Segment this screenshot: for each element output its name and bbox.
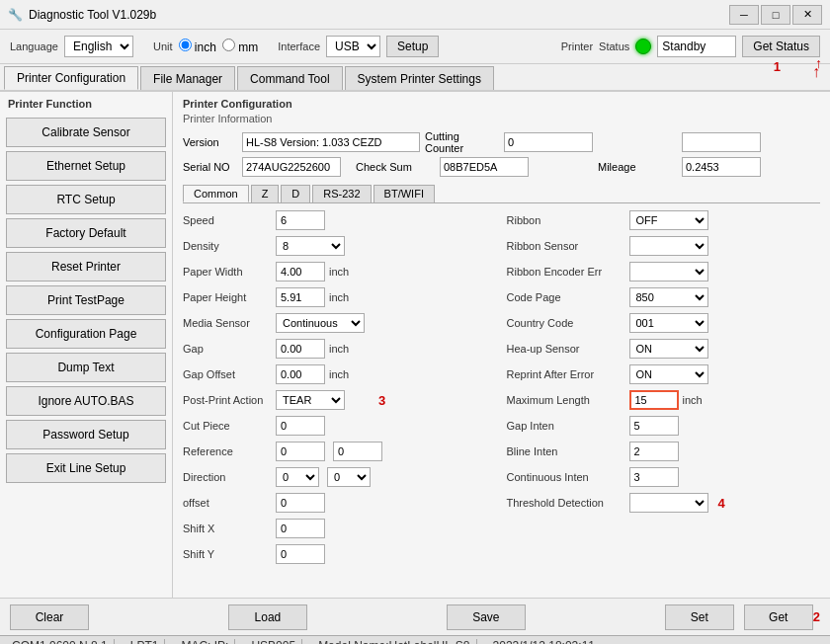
media-sensor-select[interactable]: Continuous (276, 313, 365, 333)
paper-height-row: Paper Height inch (183, 286, 497, 308)
status-bar: COM1 9600,N,8,1 LPT1 MAC: IP: USB005 Mod… (0, 635, 830, 644)
content-area: Printer Configuration Printer Informatio… (173, 92, 830, 598)
max-length-unit: inch (683, 394, 703, 406)
ribbon-sensor-select[interactable] (629, 236, 708, 256)
reprint-select[interactable]: ON (629, 364, 708, 384)
paper-width-label: Paper Width (183, 266, 272, 278)
ref-input1[interactable] (276, 442, 325, 461)
datetime-status: 2023/1/12 18:03:11 (487, 639, 601, 645)
gap-offset-input[interactable] (276, 364, 325, 384)
cut-piece-input[interactable] (276, 416, 325, 436)
language-select[interactable]: English (64, 36, 133, 57)
tab-file-manager[interactable]: File Manager (140, 66, 235, 90)
toolbar: Language English Unit inch mm Interface … (0, 30, 830, 64)
unit-inch-radio[interactable] (179, 39, 192, 51)
main-tabs: Printer Configuration File Manager Comma… (0, 64, 830, 92)
code-page-select[interactable]: 850 (629, 287, 708, 307)
calibrate-sensor-button[interactable]: Calibrate Sensor (6, 118, 166, 147)
print-testpage-button[interactable]: Print TestPage (6, 285, 166, 315)
section-title: Printer Configuration (183, 98, 820, 110)
maximize-button[interactable]: □ (761, 5, 790, 25)
serial-label: Serial NO (183, 161, 237, 173)
password-setup-button[interactable]: Password Setup (6, 420, 166, 449)
configuration-page-button[interactable]: Configuration Page (6, 319, 166, 349)
serial-input[interactable] (242, 157, 341, 177)
close-button[interactable]: ✕ (792, 5, 822, 25)
country-code-select[interactable]: 001 (629, 313, 708, 333)
ignore-autobas-button[interactable]: Ignore AUTO.BAS (6, 386, 166, 416)
paper-height-input[interactable] (276, 287, 325, 307)
version-input[interactable] (242, 132, 420, 152)
setup-button[interactable]: Setup (386, 36, 439, 57)
subtab-rs232[interactable]: RS-232 (312, 185, 371, 202)
get-button[interactable]: Get (744, 604, 813, 630)
paper-width-input[interactable] (276, 262, 325, 282)
subtab-common[interactable]: Common (183, 185, 249, 202)
language-label: Language (10, 40, 58, 52)
gap-unit: inch (329, 343, 349, 355)
reset-printer-button[interactable]: Reset Printer (6, 252, 166, 282)
shift-y-row: Shift Y (183, 543, 497, 565)
ribbon-encoder-select[interactable] (629, 262, 708, 282)
subtab-btwifi[interactable]: BT/WIFI (374, 185, 435, 202)
code-page-label: Code Page (507, 291, 625, 303)
save-button[interactable]: Save (447, 604, 526, 630)
threshold-select[interactable] (629, 493, 708, 513)
direction-select1[interactable]: 0 (276, 467, 319, 487)
ribbon-row: Ribbon OFF (507, 209, 821, 231)
ribbon-sensor-row: Ribbon Sensor (507, 235, 821, 257)
gap-inten-input[interactable] (629, 416, 679, 436)
exit-line-setup-button[interactable]: Exit Line Setup (6, 453, 166, 483)
tab-system-printer[interactable]: System Printer Settings (345, 66, 494, 90)
bottom-bar: Clear Load Save Set Get 2 (0, 598, 830, 635)
subtab-z[interactable]: Z (251, 185, 280, 202)
shift-x-input[interactable] (276, 519, 325, 538)
get-status-button[interactable]: Get Status (742, 36, 820, 57)
dump-text-button[interactable]: Dump Text (6, 353, 166, 382)
post-print-select[interactable]: TEAR (276, 390, 345, 410)
reference-row: Reference (183, 441, 497, 462)
hea-up-row: Hea-up Sensor ON (507, 338, 821, 360)
tab-printer-config[interactable]: Printer Configuration (4, 66, 138, 90)
shift-x-row: Shift X (183, 518, 497, 539)
gap-offset-unit: inch (329, 368, 349, 380)
model-status: Model Name:HotLabelHL-S8 (312, 639, 476, 645)
interface-select[interactable]: USB (326, 36, 380, 57)
continuous-inten-row: Continuous Inten (507, 466, 821, 488)
minimize-button[interactable]: ─ (729, 5, 759, 25)
offset-input[interactable] (276, 493, 325, 513)
cut-piece-label: Cut Piece (183, 420, 272, 432)
post-print-label: Post-Print Action (183, 394, 272, 406)
reprint-label: Reprint After Error (507, 368, 625, 380)
unit-mm-radio[interactable] (222, 39, 235, 51)
media-sensor-row: Media Sensor Continuous (183, 312, 497, 334)
bline-inten-input[interactable] (629, 442, 679, 461)
density-select[interactable]: 8 (276, 236, 345, 256)
ribbon-select[interactable]: OFF (629, 210, 708, 230)
subtab-d[interactable]: D (281, 185, 310, 202)
hea-up-select[interactable]: ON (629, 339, 708, 359)
cutting-input[interactable] (504, 132, 593, 152)
direction-select2[interactable]: 0 (327, 467, 371, 487)
status-input (657, 36, 736, 57)
clear-button[interactable]: Clear (10, 604, 89, 630)
gap-input[interactable] (276, 339, 325, 359)
tab-command-tool[interactable]: Command Tool (237, 66, 342, 90)
ethernet-setup-button[interactable]: Ethernet Setup (6, 151, 166, 181)
unit-mm-label[interactable]: mm (222, 39, 258, 54)
gap-inten-label: Gap Inten (507, 420, 625, 432)
app-title: Diagnostic Tool V1.029b (29, 8, 156, 22)
lpt-status: LPT1 (124, 639, 166, 645)
load-button[interactable]: Load (228, 604, 307, 630)
ref-input2[interactable] (333, 442, 382, 461)
direction-row: Direction 0 0 (183, 466, 497, 488)
max-length-input[interactable] (629, 390, 679, 410)
factory-default-button[interactable]: Factory Default (6, 218, 166, 248)
shift-y-input[interactable] (276, 544, 325, 564)
continuous-inten-input[interactable] (629, 467, 679, 487)
set-button[interactable]: Set (665, 604, 734, 630)
unit-inch-label[interactable]: inch (179, 39, 216, 54)
direction-label: Direction (183, 471, 272, 483)
rtc-setup-button[interactable]: RTC Setup (6, 185, 166, 214)
speed-input[interactable] (276, 210, 325, 230)
